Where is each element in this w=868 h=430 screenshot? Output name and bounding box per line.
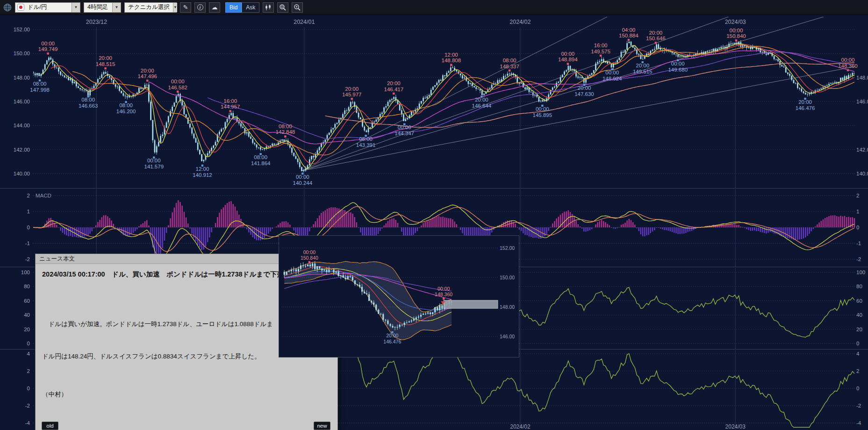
dropdown-arrow-icon: ▼ [112,3,121,12]
cloud-button[interactable]: ☁ [209,2,220,13]
svg-text:148.515: 148.515 [96,61,115,67]
dropdown-arrow-icon: ▼ [72,3,80,12]
svg-text:-1: -1 [856,241,861,246]
mini-chart-popup[interactable]: 152.00150.00148.00146.0000:00150.84020:0… [279,235,519,357]
svg-text:141.579: 141.579 [144,164,164,169]
japan-flag-icon [17,4,24,11]
pencil-icon: ✎ [183,4,188,10]
svg-text:150.00: 150.00 [14,51,30,56]
svg-text:08:00: 08:00 [81,97,95,102]
svg-text:4: 4 [856,351,860,357]
svg-text:145.895: 145.895 [533,112,552,118]
svg-text:0: 0 [856,341,859,346]
svg-text:2: 2 [27,368,30,374]
svg-text:00:00: 00:00 [438,286,450,292]
svg-text:20:00: 20:00 [578,85,591,91]
svg-text:150.884: 150.884 [619,33,638,38]
svg-text:0: 0 [27,341,30,346]
svg-text:147.496: 147.496 [137,73,157,79]
mini-zoom-chart[interactable]: 152.00150.00148.00146.0000:00150.84020:0… [279,236,519,357]
svg-text:149.575: 149.575 [591,49,610,54]
svg-text:00:00: 00:00 [171,79,185,84]
bid-button[interactable]: Bid [225,2,242,13]
svg-text:144.00: 144.00 [14,123,30,128]
svg-text:-4: -4 [25,420,30,426]
svg-text:2024/03: 2024/03 [725,423,746,430]
currency-pair-value: ドル/円 [24,3,72,11]
svg-text:0: 0 [856,225,859,230]
svg-text:149.680: 149.680 [668,67,688,73]
draw-tool-button[interactable]: ✎ [180,2,191,13]
svg-text:0: 0 [856,386,859,391]
dropdown-arrow-icon: ▼ [173,3,177,12]
currency-pair-select[interactable]: ドル/円 ▼ [15,2,80,13]
svg-text:16:00: 16:00 [223,98,237,104]
svg-text:20: 20 [24,327,30,332]
svg-text:80: 80 [856,284,862,289]
svg-text:00:00: 00:00 [671,61,685,66]
old-button[interactable]: old [42,422,58,430]
svg-text:20:00: 20:00 [386,333,398,338]
svg-text:2024/01: 2024/01 [294,19,315,25]
svg-text:146.200: 146.200 [116,109,136,114]
news-window-title: ニュース本文 [39,255,75,262]
info-button[interactable]: i [194,2,206,13]
svg-text:00:00: 00:00 [561,51,574,57]
svg-text:-4: -4 [856,420,861,426]
svg-text:142.848: 142.848 [276,129,295,135]
svg-text:2023/12: 2023/12 [86,19,107,25]
svg-text:04:00: 04:00 [622,27,635,33]
price-candlestick-chart[interactable]: 152.00150.00148.00146.00144.00142.00140.… [0,15,868,188]
main-chart-panel: 152.00150.00148.00146.00144.00142.00140.… [0,15,868,188]
svg-text:00:00: 00:00 [605,70,619,75]
svg-text:00:00: 00:00 [536,106,549,112]
svg-text:148.00: 148.00 [500,304,515,310]
technical-select-button[interactable]: テクニカル選択 ▼ [124,2,177,13]
svg-text:-2: -2 [25,403,30,408]
svg-text:146.00: 146.00 [500,334,515,339]
svg-text:2024/02: 2024/02 [509,19,531,25]
svg-text:60: 60 [24,298,30,304]
new-button[interactable]: new [314,422,330,430]
svg-text:08:00: 08:00 [119,102,133,108]
svg-text:145.977: 145.977 [342,92,362,97]
trading-app: ドル/円 ▼ 4時間足 ▼ テクニカル選択 ▼ ✎ i ☁ Bid Ask [0,0,868,430]
svg-text:148.00: 148.00 [14,75,30,80]
svg-text:150.646: 150.646 [646,36,666,41]
svg-text:140.00: 140.00 [856,171,868,176]
ask-button[interactable]: Ask [242,2,259,13]
svg-text:143.391: 143.391 [356,142,376,148]
svg-text:149.515: 149.515 [633,69,653,74]
svg-text:-2: -2 [856,256,861,262]
svg-text:148.808: 148.808 [442,58,461,63]
svg-text:2: 2 [856,368,859,374]
chart-type-button[interactable] [263,2,274,13]
cloud-icon: ☁ [212,4,218,10]
svg-text:00:00: 00:00 [147,158,161,163]
news-signature: （中村） [42,390,331,399]
svg-text:0: 0 [27,386,30,391]
timeframe-select[interactable]: 4時間足 ▼ [84,2,121,13]
svg-text:08:00: 08:00 [279,124,292,129]
svg-text:152.00: 152.00 [500,245,515,251]
technical-select-label: テクニカル選択 [125,3,173,11]
svg-text:146.644: 146.644 [472,103,492,109]
svg-text:146.582: 146.582 [168,85,187,90]
zoom-in-button[interactable] [292,2,303,13]
svg-text:152.00: 152.00 [14,27,30,32]
zoom-range-icon [279,4,287,11]
svg-text:40: 40 [856,312,862,318]
svg-text:141.864: 141.864 [251,160,271,166]
svg-text:2: 2 [856,193,859,198]
info-icon: i [197,4,203,10]
svg-text:1: 1 [27,209,30,214]
svg-text:144.347: 144.347 [395,131,414,136]
svg-text:20:00: 20:00 [636,63,649,68]
toolbar: ドル/円 ▼ 4時間足 ▼ テクニカル選択 ▼ ✎ i ☁ Bid Ask [0,0,868,15]
zoom-range-button[interactable] [277,2,288,13]
svg-text:149.749: 149.749 [38,46,58,52]
globe-icon [3,3,12,12]
candlestick-icon [265,4,272,11]
svg-text:148.360: 148.360 [435,292,452,297]
bid-ask-toggle: Bid Ask [225,2,259,13]
